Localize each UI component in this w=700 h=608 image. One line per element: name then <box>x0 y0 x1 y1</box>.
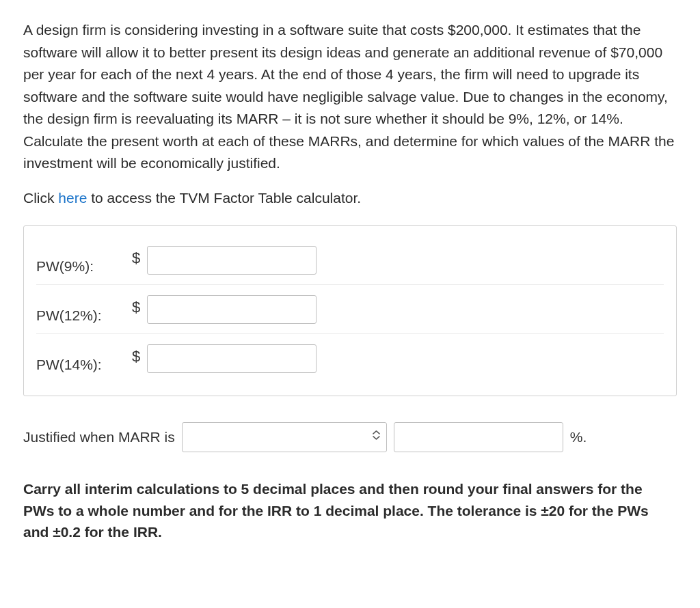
marr-value-input[interactable] <box>394 422 563 452</box>
justified-suffix: %. <box>570 426 587 449</box>
tvm-prefix: Click <box>23 190 58 206</box>
pw-14-label: PW(14%): <box>36 342 129 376</box>
pw-9-label: PW(9%): <box>36 243 129 278</box>
marr-comparison-select[interactable] <box>182 422 387 452</box>
currency-symbol: $ <box>132 338 140 368</box>
pw-answer-box: PW(9%): $ PW(12%): $ PW(14%): $ <box>23 225 677 396</box>
pw-12-row: PW(12%): $ <box>36 285 664 334</box>
problem-statement: A design firm is considering investing i… <box>23 19 677 175</box>
pw-12-input[interactable] <box>147 295 317 324</box>
pw-14-input[interactable] <box>147 344 317 373</box>
tvm-suffix: to access the TVM Factor Table calculato… <box>87 190 361 206</box>
currency-symbol: $ <box>132 289 140 319</box>
justified-prefix: Justified when MARR is <box>23 426 175 449</box>
tvm-link[interactable]: here <box>58 190 87 206</box>
pw-9-row: PW(9%): $ <box>36 236 664 285</box>
justified-line: Justified when MARR is %. <box>23 422 677 452</box>
currency-symbol: $ <box>132 240 140 270</box>
pw-12-label: PW(12%): <box>36 292 129 327</box>
calculation-instructions: Carry all interim calculations to 5 deci… <box>23 478 677 543</box>
pw-9-input[interactable] <box>147 246 317 275</box>
tvm-access-line: Click here to access the TVM Factor Tabl… <box>23 187 677 210</box>
pw-14-row: PW(14%): $ <box>36 334 664 383</box>
